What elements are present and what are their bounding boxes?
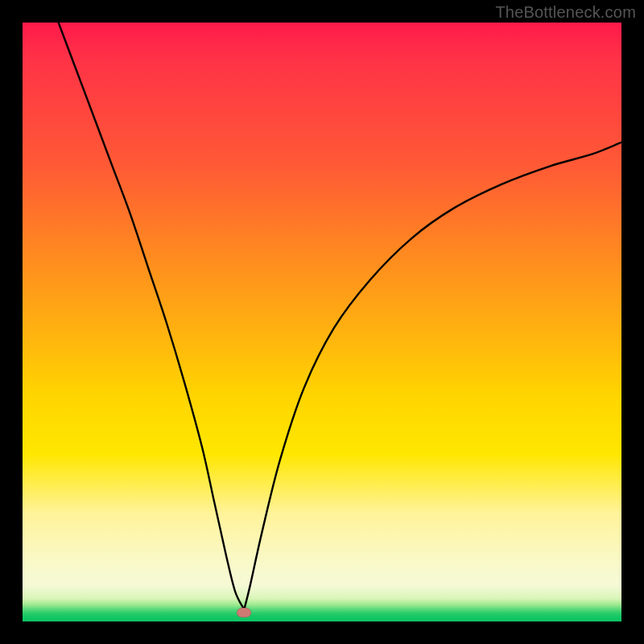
vertex-marker: [237, 608, 251, 617]
plot-area: [23, 23, 621, 621]
chart-frame: TheBottleneck.com: [0, 0, 644, 644]
watermark-text: TheBottleneck.com: [495, 3, 636, 22]
bottleneck-curve: [23, 23, 621, 621]
curve-right-branch: [244, 142, 621, 609]
curve-left-branch: [59, 23, 245, 609]
